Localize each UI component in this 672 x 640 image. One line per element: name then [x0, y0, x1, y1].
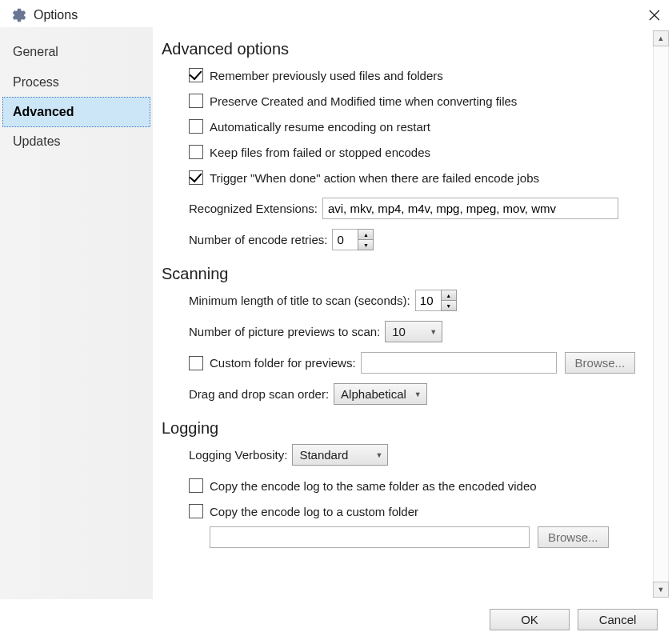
scroll-down-icon[interactable]: ▼: [653, 582, 669, 598]
scan-order-label: Drag and drop scan order:: [189, 387, 329, 401]
retries-down-icon[interactable]: ▼: [358, 239, 374, 250]
previews-combo[interactable]: 10 ▼: [385, 321, 442, 342]
keep-failed-checkbox[interactable]: [189, 145, 203, 159]
retries-up-icon[interactable]: ▲: [358, 229, 374, 239]
recognized-ext-input[interactable]: [322, 198, 618, 219]
sidebar-item-process[interactable]: Process: [0, 67, 153, 98]
window-title: Options: [34, 8, 645, 22]
chevron-down-icon: ▼: [376, 451, 383, 459]
section-logging-title: Logging: [162, 419, 650, 438]
previews-value: 10: [392, 325, 422, 338]
remember-label: Remember previously used files and folde…: [210, 69, 443, 82]
keep-failed-label: Keep files from failed or stopped encode…: [210, 146, 430, 159]
copy-log-custom-label: Copy the encode log to a custom folder: [210, 505, 418, 518]
close-icon[interactable]: [645, 6, 664, 25]
chevron-down-icon: ▼: [430, 328, 437, 336]
custom-preview-folder-checkbox[interactable]: [189, 356, 203, 370]
preserve-time-checkbox[interactable]: [189, 94, 203, 108]
gear-icon: [11, 7, 27, 23]
sidebar-item-updates[interactable]: Updates: [0, 126, 153, 157]
dialog-footer: OK Cancel: [0, 599, 672, 635]
ok-button[interactable]: OK: [490, 609, 570, 630]
copy-log-same-checkbox[interactable]: [189, 478, 203, 493]
retries-spinner[interactable]: ▲ ▼: [332, 229, 374, 250]
section-scanning-title: Scanning: [162, 265, 650, 283]
trigger-done-checkbox[interactable]: [189, 170, 203, 185]
retries-label: Number of encode retries:: [189, 233, 327, 246]
previews-label: Number of picture previews to scan:: [189, 325, 380, 338]
scroll-track[interactable]: [653, 46, 669, 582]
scroll-up-icon[interactable]: ▲: [653, 30, 669, 46]
log-custom-path-input[interactable]: [210, 526, 530, 548]
titlebar: Options: [0, 0, 672, 27]
min-length-label: Minimum length of title to scan (seconds…: [189, 294, 410, 307]
preview-browse-button[interactable]: Browse...: [565, 352, 636, 374]
copy-log-same-label: Copy the encode log to the same folder a…: [210, 479, 537, 493]
content-panel: Advanced options Remember previously use…: [154, 27, 653, 599]
sidebar-item-advanced[interactable]: Advanced: [2, 97, 150, 127]
min-length-up-icon[interactable]: ▲: [441, 290, 457, 300]
min-length-down-icon[interactable]: ▼: [441, 300, 457, 311]
remember-checkbox[interactable]: [189, 68, 203, 82]
auto-resume-checkbox[interactable]: [189, 119, 203, 134]
scan-order-combo[interactable]: Alphabetical ▼: [334, 383, 427, 405]
auto-resume-label: Automatically resume encoding on restart: [210, 120, 430, 134]
sidebar: General Process Advanced Updates: [0, 27, 154, 599]
min-length-input[interactable]: [415, 290, 441, 311]
sidebar-item-general[interactable]: General: [0, 37, 153, 67]
retries-input[interactable]: [332, 229, 358, 250]
vertical-scrollbar[interactable]: ▲ ▼: [653, 30, 669, 598]
section-advanced-title: Advanced options: [162, 40, 650, 58]
verbosity-combo[interactable]: Standard ▼: [292, 444, 388, 466]
cancel-button[interactable]: Cancel: [578, 609, 658, 630]
copy-log-custom-checkbox[interactable]: [189, 504, 203, 518]
log-browse-button[interactable]: Browse...: [538, 526, 609, 548]
scan-order-value: Alphabetical: [341, 387, 406, 401]
custom-preview-folder-label: Custom folder for previews:: [210, 356, 356, 370]
chevron-down-icon: ▼: [414, 390, 422, 398]
min-length-spinner[interactable]: ▲ ▼: [415, 290, 457, 311]
verbosity-value: Standard: [299, 448, 367, 462]
verbosity-label: Logging Verbosity:: [189, 448, 287, 462]
recognized-ext-label: Recognized Extensions:: [189, 202, 318, 215]
preserve-time-label: Preserve Created and Modified time when …: [210, 94, 517, 108]
trigger-done-label: Trigger "When done" action when there ar…: [210, 171, 539, 185]
custom-preview-folder-input[interactable]: [361, 352, 557, 374]
